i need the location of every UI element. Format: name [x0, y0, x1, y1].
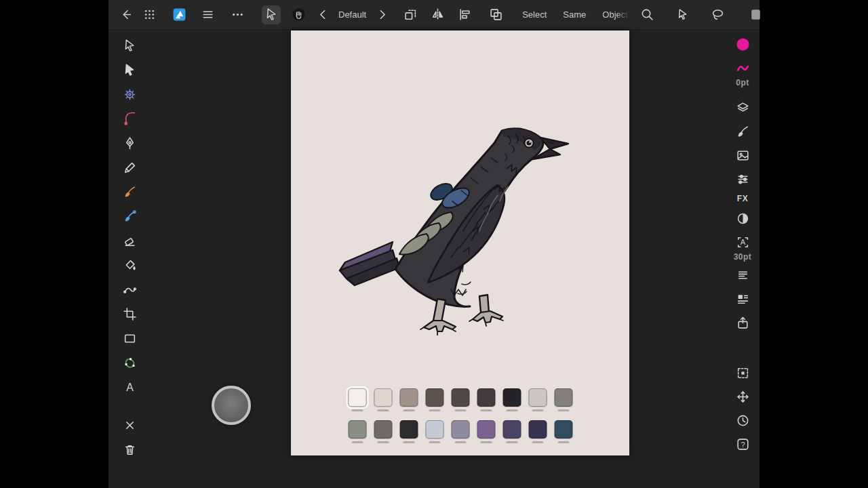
swatches-panel-button[interactable]: [734, 290, 751, 308]
swatch-cell: [477, 420, 495, 443]
paint-brush-tool[interactable]: [121, 183, 138, 201]
close-tools-button[interactable]: [121, 416, 138, 434]
flip-button[interactable]: [428, 5, 447, 24]
snapping-button[interactable]: [734, 364, 751, 382]
pointer-button[interactable]: [673, 5, 692, 24]
transform-button[interactable]: [734, 388, 751, 405]
fill-icon: [123, 258, 137, 272]
swatch-cell: [425, 420, 443, 443]
snap-grid-icon: [736, 366, 750, 380]
fx-panel-button[interactable]: FX: [734, 194, 751, 203]
crop-icon: [123, 307, 137, 321]
move-tool-button[interactable]: [262, 5, 281, 24]
eraser-icon: [123, 234, 137, 248]
color-swatch[interactable]: [399, 388, 418, 407]
history-button[interactable]: [734, 411, 751, 429]
export-panel-button[interactable]: [734, 314, 751, 331]
effects-panel-button[interactable]: [734, 170, 751, 188]
color-swatch[interactable]: [554, 388, 572, 407]
move-tool[interactable]: [121, 37, 138, 54]
shape-icon: [123, 356, 137, 370]
eraser-tool[interactable]: [121, 232, 138, 249]
adjustments-panel-button[interactable]: [734, 146, 751, 164]
duplicate-icon: [403, 7, 418, 22]
swatch-caption: [557, 409, 569, 411]
select-button[interactable]: Select: [520, 5, 549, 24]
node-tool[interactable]: [121, 61, 138, 79]
brushes-panel-button[interactable]: [734, 123, 751, 140]
artboard[interactable]: [291, 30, 629, 455]
brush-icon: [123, 185, 137, 199]
swatch-cell: [399, 420, 418, 443]
preset-prev-button[interactable]: [313, 5, 332, 24]
swatch-row: [348, 388, 572, 411]
align-button[interactable]: [455, 5, 474, 24]
corner-tool[interactable]: [121, 110, 138, 127]
swatch-cell: [374, 420, 392, 443]
rectangle-tool[interactable]: [121, 329, 138, 347]
character-icon: A: [736, 235, 750, 249]
duplicate-button[interactable]: [401, 5, 420, 24]
pages-button[interactable]: [747, 5, 766, 24]
pen-tool[interactable]: [121, 134, 138, 152]
color-swatch[interactable]: [528, 388, 547, 407]
character-panel-button[interactable]: A: [734, 233, 751, 251]
transparency-panel-button[interactable]: [734, 209, 751, 227]
color-swatch[interactable]: [477, 420, 495, 439]
back-button[interactable]: [117, 5, 136, 24]
delete-button[interactable]: [121, 441, 138, 458]
letterbox-left: [0, 0, 108, 488]
color-swatch[interactable]: [554, 420, 572, 439]
color-swatch[interactable]: [502, 388, 521, 407]
swatch-caption: [377, 409, 389, 411]
boolean-button[interactable]: [486, 5, 505, 24]
swatch-caption: [403, 441, 414, 443]
stroke-squiggle-icon: [736, 61, 750, 75]
color-swatch[interactable]: [425, 388, 443, 407]
object-button[interactable]: Object: [600, 5, 630, 24]
canvas-area[interactable]: [145, 30, 728, 488]
color-swatch[interactable]: [477, 388, 495, 407]
preset-label[interactable]: Default: [336, 5, 368, 24]
vector-brush-tool[interactable]: [121, 207, 138, 225]
text-tool[interactable]: A: [121, 378, 138, 396]
color-swatch[interactable]: [451, 388, 469, 407]
preset-next-button[interactable]: [372, 5, 391, 24]
color-indicator[interactable]: [734, 35, 751, 53]
gesture-button[interactable]: [289, 5, 308, 24]
color-swatch[interactable]: [425, 420, 443, 439]
crop-tool[interactable]: [121, 305, 138, 323]
point-transform-tool[interactable]: [121, 85, 138, 103]
color-swatch[interactable]: [348, 388, 366, 407]
color-swatch[interactable]: [502, 420, 521, 439]
color-swatch[interactable]: [451, 420, 469, 439]
color-swatch[interactable]: [348, 420, 366, 439]
lasso-button[interactable]: [709, 5, 728, 24]
lasso-icon: [711, 7, 725, 22]
swatch-caption: [351, 441, 363, 443]
pencil-tool[interactable]: [121, 159, 138, 176]
color-swatch[interactable]: [528, 420, 547, 439]
more-button[interactable]: [228, 5, 247, 24]
page-icon: [749, 7, 763, 22]
color-swatch[interactable]: [399, 420, 418, 439]
swatch-caption: [377, 441, 389, 443]
apps-grid-button[interactable]: [140, 5, 159, 24]
smooth-tool[interactable]: [121, 281, 138, 298]
app-logo[interactable]: [170, 5, 189, 24]
swatchpanel-icon: [736, 292, 750, 306]
layers-panel-button[interactable]: [734, 99, 751, 117]
quick-menu-button[interactable]: [212, 386, 251, 425]
hamburger-icon: [201, 7, 215, 22]
help-button[interactable]: ?: [734, 435, 751, 453]
fill-tool[interactable]: [121, 256, 138, 274]
pencil-icon: [123, 161, 137, 175]
color-swatch[interactable]: [374, 388, 392, 407]
paragraph-panel-button[interactable]: [734, 266, 751, 284]
same-button[interactable]: Same: [561, 5, 588, 24]
stroke-style-indicator[interactable]: [734, 59, 751, 77]
menu-button[interactable]: [198, 5, 217, 24]
zoom-button[interactable]: [638, 5, 657, 24]
color-swatch[interactable]: [374, 420, 392, 439]
shape-tool[interactable]: [121, 354, 138, 371]
